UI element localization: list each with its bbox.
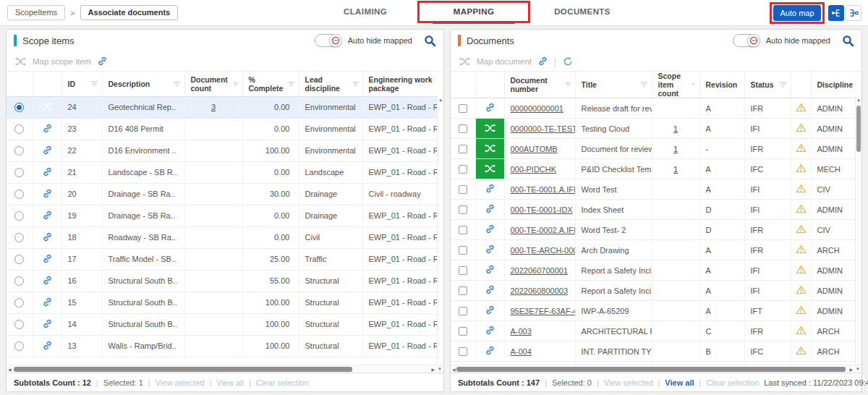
document-number-link[interactable]: A-004 — [511, 347, 532, 356]
row-checkbox-cell[interactable] — [451, 159, 475, 179]
scrollbar-thumb[interactable] — [856, 106, 861, 152]
map-direction-left-button[interactable] — [828, 5, 844, 21]
row-radio-cell[interactable] — [7, 118, 33, 140]
map-link-cell[interactable] — [475, 179, 504, 200]
row-checkbox-cell[interactable] — [451, 240, 475, 260]
row-radio-cell[interactable] — [7, 248, 33, 270]
row-radio-cell[interactable] — [7, 96, 33, 118]
map-link-cell[interactable] — [33, 335, 61, 357]
table-row[interactable]: 19Drainage - SB Ra..0.00DrainageEWP_01 -… — [7, 205, 443, 226]
scroll-up-icon[interactable]: ▲ — [438, 96, 443, 103]
map-document-button[interactable]: Map document — [477, 57, 532, 66]
table-row[interactable]: 13Walls - Ramp/Brid..100.00StructuralEWP… — [7, 335, 443, 357]
table-row[interactable]: 95E3E7EF-63AF-40..IWP-A-65209AIFTADMIN — [451, 301, 861, 321]
scroll-down-icon[interactable]: ▼ — [856, 367, 860, 371]
table-row[interactable]: 23D16 408 Permit0.00EnvironmentalEWP_01 … — [7, 118, 443, 140]
table-row[interactable]: 2022060800003Report a Safety Inci..AIFIA… — [451, 281, 861, 301]
refresh-icon[interactable] — [563, 56, 573, 67]
document-number-link[interactable]: 0000000-TE-TEST — [511, 124, 576, 133]
table-row[interactable]: 21Landscape - SB R..0.00LandscapeEWP_01 … — [7, 161, 443, 183]
map-link-cell[interactable] — [475, 341, 504, 362]
search-icon[interactable] — [842, 35, 854, 47]
map-link-cell[interactable] — [475, 98, 504, 119]
table-row[interactable]: 18Roadway - SB Ra..0.00CivilEWP_01 - Roa… — [7, 226, 443, 248]
horizontal-scrollbar[interactable]: ◀ ▶ ▼ — [7, 365, 443, 373]
scroll-left-icon[interactable]: ◀ — [452, 367, 456, 372]
map-link-cell[interactable] — [33, 140, 61, 161]
table-row[interactable]: A-003ARCHITECTURAL P..CIFRARCH — [451, 321, 861, 341]
map-link-cell[interactable] — [33, 161, 61, 183]
table-row[interactable]: 000-TE-0001-IDXIndex SheetDIFIADMIN — [451, 200, 861, 220]
row-checkbox-cell[interactable] — [451, 179, 475, 200]
table-row[interactable]: 24Geotechnical Rep..30.00EnvironmentalEW… — [7, 96, 443, 118]
document-number-link[interactable]: 000-TE-0001-IDX — [511, 205, 573, 214]
table-row[interactable]: 15Structural South B..100.00StructuralEW… — [7, 292, 443, 313]
map-link-cell[interactable] — [33, 292, 61, 313]
row-radio-cell[interactable] — [7, 161, 33, 183]
scroll-right-icon[interactable]: ▶ — [431, 367, 435, 372]
row-checkbox-cell[interactable] — [451, 281, 475, 301]
document-number-link[interactable]: 000000000001 — [511, 104, 563, 113]
table-row[interactable]: 000000000001Release draft for rev..AIFRA… — [451, 98, 861, 119]
view-all-link[interactable]: View all — [665, 378, 694, 387]
map-link-cell[interactable] — [475, 281, 504, 301]
document-number-link[interactable]: 2022060700001 — [511, 266, 569, 275]
table-row[interactable]: A-004INT. PARTITION TYP..BIFCARCH — [451, 341, 861, 362]
auto-hide-mapped-toggle[interactable] — [733, 34, 760, 47]
map-direction-right-button[interactable] — [846, 5, 861, 21]
row-radio-cell[interactable] — [7, 292, 33, 313]
map-link-cell[interactable] — [475, 321, 504, 341]
document-number-link[interactable]: 000-TE-ARCH-0001 — [511, 246, 576, 255]
filter-icon[interactable] — [779, 81, 787, 88]
map-link-cell[interactable] — [33, 226, 61, 248]
table-row[interactable]: 16Structural South B..55.00StructuralEWP… — [7, 270, 443, 292]
row-checkbox-cell[interactable] — [451, 301, 475, 321]
row-checkbox-cell[interactable] — [451, 139, 475, 159]
row-radio-cell[interactable] — [7, 313, 33, 335]
map-scope-item-button[interactable]: Map scope item — [33, 57, 91, 66]
document-number-link[interactable]: 2022060800003 — [511, 286, 569, 295]
filter-icon[interactable] — [90, 80, 98, 88]
table-row[interactable]: 2022060700001Report a Safety Inci..AIFIA… — [451, 260, 861, 281]
row-checkbox-cell[interactable] — [451, 98, 475, 119]
scope-item-count-link[interactable]: 1 — [673, 124, 678, 133]
scope-item-count-link[interactable]: 1 — [673, 165, 678, 174]
scroll-up-icon[interactable]: ▲ — [856, 96, 861, 103]
tab-mapping[interactable]: MAPPING — [420, 0, 528, 25]
document-number-link[interactable]: 000-TE-0002.A.IFI — [511, 226, 576, 234]
map-link-cell[interactable] — [475, 301, 504, 321]
filter-icon[interactable] — [640, 81, 648, 88]
map-link-cell[interactable] — [33, 183, 61, 205]
row-checkbox-cell[interactable] — [451, 119, 475, 139]
filter-icon[interactable] — [565, 81, 571, 88]
map-link-cell[interactable] — [475, 220, 504, 240]
horizontal-scrollbar[interactable]: ◀ ▶ ▼ — [451, 365, 861, 373]
document-number-link[interactable]: 000-TE-0001.A.IFI — [511, 185, 576, 194]
scroll-down-icon[interactable]: ▼ — [438, 367, 442, 371]
table-row[interactable]: 000-TE-ARCH-0001Arch DrawingAIFRARCH — [451, 240, 861, 260]
view-selected-link[interactable]: View selected — [604, 378, 653, 387]
table-row[interactable]: 17Traffic Model - SB..25.00TrafficEWP_01… — [7, 248, 443, 270]
table-row[interactable]: 000-PIDCHKP&ID Checklist Tem..1AIFCMECH — [451, 159, 861, 179]
breadcrumb-scopeitems[interactable]: ScopeItems — [7, 5, 65, 20]
scrollbar-thumb[interactable] — [14, 367, 352, 372]
document-count-link[interactable]: 3 — [211, 103, 216, 111]
scroll-left-icon[interactable]: ◀ — [8, 367, 12, 372]
row-radio-cell[interactable] — [7, 140, 33, 161]
table-row[interactable]: 14Structural South B..100.00StructuralEW… — [7, 313, 443, 335]
view-all-link[interactable]: View all — [216, 378, 244, 387]
mapped-indicator-cell[interactable] — [475, 119, 504, 139]
document-number-link[interactable]: 95E3E7EF-63AF-40.. — [511, 307, 576, 315]
search-icon[interactable] — [424, 35, 436, 47]
auto-hide-mapped-toggle[interactable] — [315, 34, 342, 47]
filter-icon[interactable] — [288, 80, 294, 88]
document-number-link[interactable]: 000AUTOMB — [511, 145, 558, 153]
table-row[interactable]: 000AUTOMBDocument for review1-IFRADMIN — [451, 139, 861, 159]
row-checkbox-cell[interactable] — [451, 220, 475, 240]
vertical-scrollbar[interactable]: ▲ — [437, 96, 443, 365]
mapped-indicator-cell[interactable] — [33, 96, 61, 118]
document-number-link[interactable]: A-003 — [511, 327, 532, 336]
row-radio-cell[interactable] — [7, 335, 33, 357]
filter-icon[interactable] — [352, 80, 359, 88]
row-radio-cell[interactable] — [7, 270, 33, 292]
